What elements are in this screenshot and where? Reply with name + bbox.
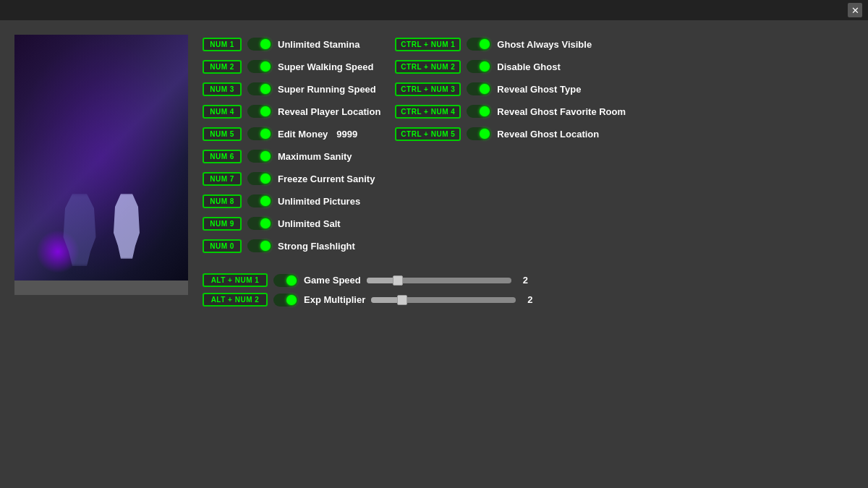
control-row: NUM 8Unlimited Pictures xyxy=(203,192,380,210)
main-content: NUM 1Unlimited StaminaNUM 2Super Walking… xyxy=(0,20,868,321)
toggle-switch[interactable] xyxy=(247,217,272,230)
toggle-knob xyxy=(286,275,297,286)
close-button[interactable]: ✕ xyxy=(848,3,862,17)
key-badge[interactable]: NUM 5 xyxy=(203,127,242,141)
key-badge[interactable]: ALT + NUM 1 xyxy=(203,273,268,287)
control-row: NUM 3Super Running Speed xyxy=(203,80,380,98)
toggle-switch[interactable] xyxy=(247,60,272,73)
control-row: NUM 6Maximum Sanity xyxy=(203,147,380,166)
silhouette-left xyxy=(61,194,98,266)
game-panel xyxy=(14,35,188,307)
toggle-switch[interactable] xyxy=(247,82,272,95)
toggle-switch[interactable] xyxy=(247,194,272,207)
control-label: Reveal Player Location xyxy=(278,106,380,117)
toggle-knob xyxy=(260,129,271,139)
slider-value: 2 xyxy=(523,275,528,286)
key-badge[interactable]: NUM 0 xyxy=(203,239,242,253)
control-row: NUM 1Unlimited Stamina xyxy=(203,35,380,53)
control-label: Freeze Current Sanity xyxy=(278,174,375,184)
toggle-switch[interactable] xyxy=(247,105,272,118)
slider-label: Exp Multiplier xyxy=(304,294,365,305)
toggle-switch[interactable] xyxy=(273,274,298,287)
slider-row: ALT + NUM 2Exp Multiplier2 xyxy=(203,293,854,307)
slider-fill xyxy=(371,297,400,303)
game-image xyxy=(14,35,188,281)
toggle-switch[interactable] xyxy=(467,105,491,118)
key-badge[interactable]: NUM 6 xyxy=(203,150,242,163)
toggle-knob xyxy=(480,129,490,139)
control-label: Super Walking Speed xyxy=(278,61,373,72)
control-label: Ghost Always Visible xyxy=(497,39,592,50)
toggle-switch[interactable] xyxy=(467,38,491,51)
key-badge[interactable]: NUM 8 xyxy=(203,194,242,208)
toggle-switch[interactable] xyxy=(247,38,272,51)
toggle-switch[interactable] xyxy=(467,82,491,95)
toggle-switch[interactable] xyxy=(273,294,298,307)
control-label: Super Running Speed xyxy=(278,84,376,95)
silhouette-right xyxy=(112,194,141,259)
key-badge[interactable]: ALT + NUM 2 xyxy=(203,293,268,307)
control-label: Reveal Ghost Type xyxy=(497,84,581,95)
slider-track[interactable] xyxy=(371,297,516,303)
toggle-knob xyxy=(260,84,271,94)
toggle-switch[interactable] xyxy=(247,172,272,185)
toggle-switch[interactable] xyxy=(467,127,491,140)
key-badge[interactable]: NUM 7 xyxy=(203,172,242,186)
toggle-knob xyxy=(260,196,271,206)
control-row: NUM 9Unlimited Salt xyxy=(203,214,380,233)
controls-grid: NUM 1Unlimited StaminaNUM 2Super Walking… xyxy=(203,35,854,255)
key-badge[interactable]: CTRL + NUM 5 xyxy=(395,127,461,141)
toggle-switch[interactable] xyxy=(247,150,272,163)
control-label: Disable Ghost xyxy=(497,61,560,72)
toggle-knob xyxy=(260,39,271,49)
toggle-knob xyxy=(480,106,490,116)
toggle-knob xyxy=(480,39,490,49)
slider-label: Game Speed xyxy=(304,275,361,286)
slider-thumb[interactable] xyxy=(393,275,403,286)
control-row: CTRL + NUM 4Reveal Ghost Favorite Room xyxy=(395,102,626,121)
control-label: Unlimited Stamina xyxy=(278,39,359,50)
control-label: Maximum Sanity xyxy=(278,151,352,162)
controls-panel: NUM 1Unlimited StaminaNUM 2Super Walking… xyxy=(203,35,854,307)
key-badge[interactable]: NUM 1 xyxy=(203,38,242,51)
toggle-switch[interactable] xyxy=(467,60,491,73)
key-badge[interactable]: CTRL + NUM 2 xyxy=(395,60,461,74)
control-label: Unlimited Salt xyxy=(278,218,341,229)
control-row: NUM 5Edit Money9999 xyxy=(203,124,380,143)
toggle-knob xyxy=(260,61,271,72)
toggle-knob xyxy=(480,61,490,72)
control-row: NUM 4Reveal Player Location xyxy=(203,102,380,121)
toggle-switch[interactable] xyxy=(247,127,272,140)
key-badge[interactable]: NUM 4 xyxy=(203,105,242,119)
key-badge[interactable]: NUM 9 xyxy=(203,217,242,231)
money-value: 9999 xyxy=(336,129,357,140)
control-label: Reveal Ghost Location xyxy=(497,129,599,140)
title-bar: ✕ xyxy=(0,0,868,20)
control-row: NUM 2Super Walking Speed xyxy=(203,57,380,76)
control-row: CTRL + NUM 3Reveal Ghost Type xyxy=(395,80,626,98)
slider-fill xyxy=(367,278,396,283)
ghost-silhouettes xyxy=(14,194,188,266)
key-badge[interactable]: CTRL + NUM 1 xyxy=(395,38,461,51)
trainer-label xyxy=(14,281,188,295)
control-label: Strong Flashlight xyxy=(278,241,355,252)
slider-track[interactable] xyxy=(367,278,511,283)
right-controls-col: CTRL + NUM 1Ghost Always VisibleCTRL + N… xyxy=(395,35,626,255)
key-badge[interactable]: NUM 2 xyxy=(203,60,242,74)
toggle-knob xyxy=(286,295,297,305)
control-row: NUM 7Freeze Current Sanity xyxy=(203,169,380,188)
slider-thumb[interactable] xyxy=(397,295,407,305)
left-controls-col: NUM 1Unlimited StaminaNUM 2Super Walking… xyxy=(203,35,380,255)
sliders-section: ALT + NUM 1Game Speed2ALT + NUM 2Exp Mul… xyxy=(203,273,854,307)
control-label: Unlimited Pictures xyxy=(278,196,360,207)
slider-value: 2 xyxy=(527,294,532,305)
toggle-knob xyxy=(260,241,271,251)
toggle-switch[interactable] xyxy=(247,239,272,252)
slider-row: ALT + NUM 1Game Speed2 xyxy=(203,273,854,287)
control-row: NUM 0Strong Flashlight xyxy=(203,236,380,255)
key-badge[interactable]: CTRL + NUM 3 xyxy=(395,82,461,96)
control-row: CTRL + NUM 1Ghost Always Visible xyxy=(395,35,626,53)
key-badge[interactable]: CTRL + NUM 4 xyxy=(395,105,461,119)
control-row: CTRL + NUM 2Disable Ghost xyxy=(395,57,626,76)
key-badge[interactable]: NUM 3 xyxy=(203,82,242,96)
